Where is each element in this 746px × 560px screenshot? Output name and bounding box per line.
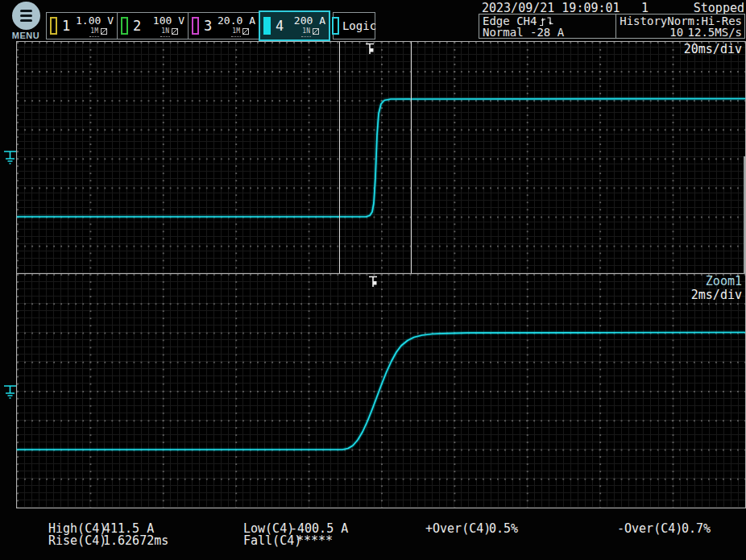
channel-4-color-chip-icon (263, 17, 271, 35)
channel-3-scale: 20.0 A (218, 15, 255, 26)
menu-button-label: MENU (8, 31, 44, 40)
trigger-type: Edge CH4 (483, 15, 537, 27)
zoom-graticule: Zoom1 2ms/div (17, 274, 745, 508)
channel-1-coupling: 1M (89, 26, 99, 37)
hamburger-icon (12, 2, 40, 30)
channel-3-coupling: 1M (231, 26, 241, 37)
history-label: History (620, 15, 667, 27)
channel-3-color-chip-icon (192, 17, 199, 35)
zoom-window-name: Zoom1 (706, 274, 742, 288)
sample-rate: 12.5MS/s (688, 27, 742, 38)
channel-4-number: 4 (276, 18, 284, 34)
trigger-position-marker[interactable] (365, 43, 375, 55)
acquisition-info[interactable]: History Norm:Hi-Res 10 12.5MS/s (616, 15, 744, 38)
meas-rise-label: Rise(C4) (48, 535, 106, 547)
meas-pover-value: 0.5% (489, 523, 518, 535)
status-box: Edge CH4 Normal -28 A History Norm:Hi-Re… (479, 14, 745, 39)
channel-3-button[interactable]: 3 20.0 A 1M (188, 12, 259, 39)
meas-nover-value: 0.7% (682, 523, 711, 535)
ch4-waveform-zoom (17, 274, 745, 508)
vertical-position-indicator[interactable] (744, 156, 745, 274)
channel-1-number: 1 (62, 18, 70, 34)
channel-4-scale: 200 A (294, 15, 325, 26)
meas-pover-label: +Over(C4) (425, 523, 491, 535)
channel-1-button[interactable]: 1 1.00 V 1M (46, 12, 118, 39)
channel-4-coupling: 1N (301, 26, 311, 37)
oscilloscope-screen: MENU 1 1.00 V 1M 2 100 V 1N 3 20.0 A 1M (0, 0, 746, 560)
zoom-region-right-handle[interactable] (411, 42, 412, 273)
channel-strip: 1 1.00 V 1M 2 100 V 1N 3 20.0 A 1M 4 (47, 12, 375, 39)
channel-2-button[interactable]: 2 100 V 1N (117, 12, 189, 39)
history-value: 10 (669, 27, 683, 38)
trigger-slope-icon (540, 16, 553, 27)
trigger-mode: Normal -28 A (483, 27, 615, 38)
logic-button[interactable]: Logic (333, 12, 375, 39)
channel-2-color-chip-icon (121, 17, 128, 35)
channel-2-scale: 100 V (153, 15, 184, 26)
channel-1-scale: 1.00 V (76, 15, 114, 26)
trigger-info[interactable]: Edge CH4 Normal -28 A (479, 15, 616, 38)
zoom-region-left-handle[interactable] (339, 42, 340, 273)
ch4-waveform-main (17, 42, 745, 274)
meas-rise-value: 1.62672ms (103, 535, 168, 547)
channel-2-coupling: 1N (160, 26, 170, 37)
meas-fall-value: ***** (296, 535, 333, 547)
zoom-labels: Zoom1 2ms/div (691, 275, 742, 302)
trigger-position-marker[interactable] (368, 276, 378, 288)
meas-nover-label: -Over(C4) (617, 523, 682, 535)
ch4-zoom-position-marker[interactable] (3, 384, 17, 400)
acq-mode: Norm:Hi-Res (667, 15, 742, 27)
channel-1-color-chip-icon (50, 17, 57, 35)
display-area: 20ms/div Zoom1 2ms/div (16, 41, 746, 508)
main-timebase-label: 20ms/div (684, 43, 742, 56)
channel-4-button-active[interactable]: 4 200 A 1N (259, 10, 330, 41)
menu-button[interactable]: MENU (8, 2, 44, 40)
probe-icon (313, 28, 319, 35)
meas-fall-label: Fall(C4) (243, 535, 301, 547)
channel-2-number: 2 (133, 18, 141, 34)
main-graticule: 20ms/div (17, 42, 745, 274)
channel-3-number: 3 (204, 18, 212, 34)
probe-icon (101, 28, 107, 35)
logic-color-chip-icon (332, 17, 339, 35)
probe-icon (242, 28, 249, 35)
logic-label: Logic (342, 19, 376, 32)
zoom-timebase-label: 2ms/div (691, 288, 742, 302)
probe-icon (172, 28, 178, 35)
ch4-position-marker[interactable] (3, 150, 17, 166)
